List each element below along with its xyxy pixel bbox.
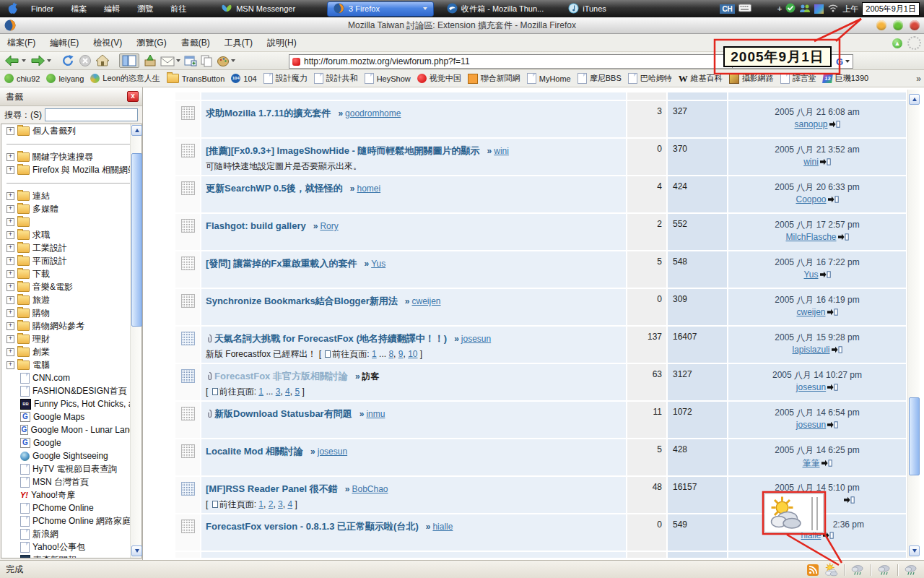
scrollbar-thumb[interactable] xyxy=(909,397,920,475)
expand-plus-icon[interactable]: + xyxy=(6,231,14,239)
taskbar-menu-item[interactable]: 瀏覽 xyxy=(128,0,162,17)
search-engine-caret[interactable] xyxy=(845,60,850,63)
last-poster-link[interactable]: 筆筆 xyxy=(803,458,820,468)
last-poster-link[interactable]: sanopup xyxy=(794,119,827,129)
tray-app-icon[interactable] xyxy=(814,4,824,14)
expand-plus-icon[interactable]: + xyxy=(6,335,14,343)
home-button[interactable] xyxy=(95,54,110,67)
jump-to-post-icon[interactable] xyxy=(820,271,831,278)
bookmark-toolbar-item[interactable]: MyHome xyxy=(527,73,571,84)
taskbar-itunes-button[interactable]: iTunes xyxy=(562,3,612,15)
expand-plus-icon[interactable]: + xyxy=(6,348,14,356)
sidebar-scroll-up-arrow[interactable] xyxy=(131,125,142,136)
weather-zoom-icon[interactable] xyxy=(768,496,803,530)
bookmark-leaf-row[interactable]: GGoogle xyxy=(1,436,141,449)
topic-title-link[interactable]: ForecastFox 非官方版相關討論 xyxy=(214,371,348,381)
goto-page-link[interactable]: 3 xyxy=(278,499,283,509)
sidebar-scroll-down-arrow[interactable] xyxy=(131,545,142,556)
bookmark-folder-row[interactable]: +下載 xyxy=(1,267,141,280)
bookmark-folder-row[interactable]: +音樂&電影 xyxy=(1,280,141,293)
jump-to-post-icon[interactable] xyxy=(827,384,838,391)
jump-to-post-icon[interactable] xyxy=(827,309,838,316)
bookmarks-overflow-chevron[interactable]: » xyxy=(916,70,921,87)
statusbar-weather-today-icon[interactable] xyxy=(824,563,838,577)
bookmark-folder-row[interactable]: +Firefox 與 Mozilla 相關網站 xyxy=(1,163,141,176)
bookmark-folder-row[interactable]: +求職 xyxy=(1,228,141,241)
taskbar-menu-item[interactable]: 檔案 xyxy=(62,0,95,17)
topic-author-link[interactable]: goodromhome xyxy=(345,108,401,118)
menubar-item[interactable]: 工具(T) xyxy=(217,34,260,52)
goto-page-link[interactable]: 1 xyxy=(258,499,263,509)
bookmark-leaf-row[interactable]: GGoogle Maps xyxy=(1,410,141,423)
sidebar-scrollbar-thumb[interactable] xyxy=(131,153,142,327)
taskbar-menu-item[interactable]: 前往 xyxy=(162,0,195,17)
statusbar-forecast-icon[interactable] xyxy=(878,563,892,577)
expand-plus-icon[interactable]: + xyxy=(6,153,14,161)
maximize-button[interactable] xyxy=(893,20,903,30)
bookmark-folder-row[interactable]: +連結 xyxy=(1,189,141,202)
sidebar-scrollbar[interactable] xyxy=(130,124,141,558)
menubar-item[interactable]: 編輯(E) xyxy=(43,34,86,52)
bookmark-leaf-row[interactable]: PChome Online xyxy=(1,501,141,514)
stop-button[interactable] xyxy=(79,54,92,67)
antivirus-check-icon[interactable] xyxy=(785,3,796,14)
expand-plus-icon[interactable]: + xyxy=(6,270,14,278)
topic-author-link[interactable]: BobChao xyxy=(352,484,388,494)
taskbar-firefox-button[interactable]: 3 Firefox xyxy=(327,1,434,17)
jump-to-post-icon[interactable] xyxy=(821,460,832,467)
sidebar-search-input[interactable] xyxy=(45,108,138,121)
goto-page-link[interactable]: 1 xyxy=(258,387,263,397)
bookmark-leaf-row[interactable]: CNN.com xyxy=(1,371,141,384)
bookmark-toolbar-item[interactable]: chiu92 xyxy=(4,74,40,83)
expand-plus-icon[interactable]: + xyxy=(6,244,14,252)
topic-author-link[interactable]: cweijen xyxy=(412,296,441,306)
last-poster-link[interactable]: Coopoo xyxy=(796,194,826,204)
bookmark-folder-row[interactable]: +購物網站參考 xyxy=(1,319,141,332)
topic-title-link[interactable]: Localite Mod 相關討論 xyxy=(206,446,303,457)
bookmark-leaf-row[interactable]: GGoogle Moon - Lunar Land... xyxy=(1,423,141,436)
last-poster-link[interactable]: lapislazuli xyxy=(792,345,829,355)
topic-author-link[interactable]: Rory xyxy=(320,221,338,231)
expand-plus-icon[interactable]: + xyxy=(6,218,14,226)
last-poster-link[interactable]: Yus xyxy=(803,269,818,280)
bookmark-toolbar-item[interactable]: 视觉中国 xyxy=(417,73,461,84)
expand-plus-icon[interactable]: + xyxy=(6,127,14,135)
bookmark-toolbar-item[interactable]: TransButton xyxy=(167,74,225,83)
bookmark-folder-row[interactable]: +平面設計 xyxy=(1,254,141,267)
jump-to-post-icon[interactable] xyxy=(832,346,842,353)
menubar-item[interactable]: 檢視(V) xyxy=(86,34,129,52)
expand-plus-icon[interactable]: + xyxy=(6,322,14,330)
messenger-tray-icon[interactable] xyxy=(799,4,811,14)
jump-to-post-icon[interactable] xyxy=(827,421,838,428)
jump-to-post-icon[interactable] xyxy=(823,532,834,539)
bookmark-leaf-row[interactable]: 東森新聞報 xyxy=(1,553,141,558)
goto-page-link[interactable]: 8 xyxy=(388,349,393,359)
bookmark-folder-row[interactable]: +多媒體 xyxy=(1,202,141,215)
bookmark-folder-row[interactable]: + xyxy=(1,215,141,228)
last-poster-link[interactable]: josesun xyxy=(796,420,826,430)
bookmark-folder-row[interactable]: +旅遊 xyxy=(1,293,141,306)
url-bar[interactable]: http://forum.moztw.org/viewforum.php?f=1… xyxy=(289,54,735,69)
themes-caret[interactable] xyxy=(231,59,235,62)
themes-button[interactable] xyxy=(217,55,235,66)
topic-title-link[interactable]: ForecastFox version - 0.8.1.3 已正常顯示啦(台北) xyxy=(206,521,419,532)
goto-page-link[interactable]: 1 xyxy=(372,349,377,359)
expand-plus-icon[interactable]: + xyxy=(6,192,14,200)
jump-to-post-icon[interactable] xyxy=(838,233,849,241)
jump-to-post-icon[interactable] xyxy=(844,496,855,504)
bookmark-toolbar-item[interactable]: W維基百科 xyxy=(679,73,723,85)
expand-plus-icon[interactable]: + xyxy=(6,283,14,291)
bookmark-leaf-row[interactable]: Yahoo!公事包 xyxy=(1,540,141,553)
bookmark-folder-row[interactable]: +電腦 xyxy=(1,358,141,371)
bookmark-leaf-row[interactable]: HyTV 電視節目表查詢 xyxy=(1,462,141,475)
bookmark-toolbar-item[interactable]: 聯合新聞網 xyxy=(468,73,520,84)
apple-menu-icon[interactable] xyxy=(7,2,18,16)
bookmarks-sidebar-toggle-button[interactable] xyxy=(119,53,139,68)
back-button[interactable] xyxy=(4,54,26,67)
topic-author-link[interactable]: josesun xyxy=(461,334,491,344)
expand-plus-icon[interactable]: + xyxy=(6,296,14,304)
statusbar-forecast-icon[interactable] xyxy=(851,563,865,577)
menubar-item[interactable]: 檔案(F) xyxy=(0,34,43,52)
forward-button[interactable] xyxy=(30,54,51,67)
taskbar-menu-item[interactable]: Finder xyxy=(22,0,62,17)
